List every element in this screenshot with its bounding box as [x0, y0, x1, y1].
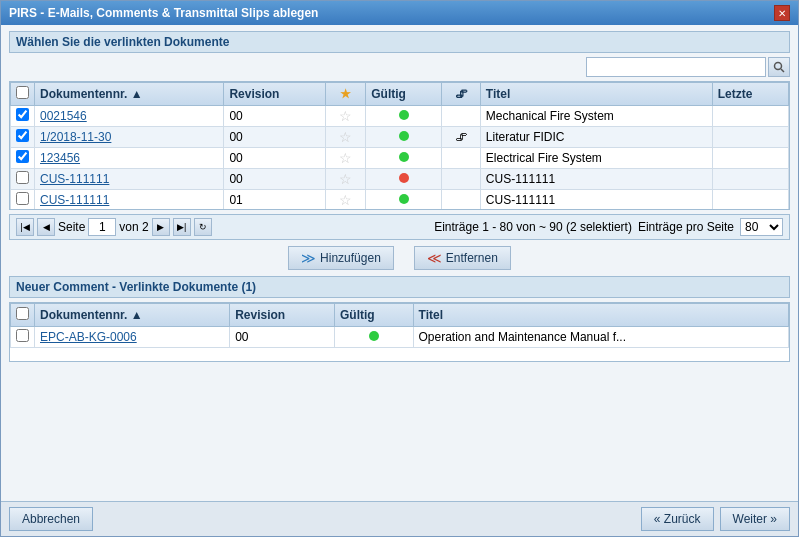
row-title: Literatur FIDIC — [480, 127, 712, 148]
row-revision: 01 — [224, 190, 326, 211]
window-body: Wählen Sie die verlinkten Dokumente — [1, 25, 798, 501]
row-title: CUS-111111 — [480, 169, 712, 190]
row-checkbox-cell — [11, 106, 35, 127]
bot-col-header-revision[interactable]: Revision — [230, 304, 335, 327]
cancel-button[interactable]: Abbrechen — [9, 507, 93, 531]
top-section-title: Wählen Sie die verlinkten Dokumente — [16, 35, 229, 49]
back-button[interactable]: « Zurück — [641, 507, 714, 531]
col-header-valid[interactable]: Gültig — [366, 83, 442, 106]
col-header-revision[interactable]: Revision — [224, 83, 326, 106]
row-doc-nr[interactable]: CUS-111111 — [35, 169, 224, 190]
action-row: ≫ Hinzufügen ≪ Entfernen — [9, 244, 790, 272]
add-button[interactable]: ≫ Hinzufügen — [288, 246, 394, 270]
col-header-checkbox — [11, 83, 35, 106]
pagination-left: |◀ ◀ Seite von 2 ▶ ▶| ↻ — [16, 218, 212, 236]
row-revision: 00 — [224, 169, 326, 190]
row-title: Electrical Fire System — [480, 148, 712, 169]
row-valid — [366, 148, 442, 169]
row-revision: 00 — [224, 127, 326, 148]
row-doc-nr[interactable]: 123456 — [35, 148, 224, 169]
bot-col-header-title[interactable]: Titel — [413, 304, 788, 327]
row-doc-nr[interactable]: 0021546 — [35, 106, 224, 127]
row-title: Mechanical Fire System — [480, 106, 712, 127]
add-icon: ≫ — [301, 250, 316, 266]
row-last — [712, 127, 788, 148]
row-clip — [442, 169, 480, 190]
bot-select-all-checkbox[interactable] — [16, 307, 29, 320]
row-star[interactable]: ☆ — [326, 169, 366, 190]
refresh-button[interactable]: ↻ — [194, 218, 212, 236]
bottom-section-header: Neuer Comment - Verlinkte Dokumente (1) — [9, 276, 790, 298]
row-valid — [366, 190, 442, 211]
first-page-button[interactable]: |◀ — [16, 218, 34, 236]
col-header-star[interactable]: ★ — [326, 83, 366, 106]
top-table-row: 12345600☆Electrical Fire System — [11, 148, 789, 169]
row-title: CUS-111111 — [480, 190, 712, 211]
bot-row-doc-nr[interactable]: EPC-AB-KG-0006 — [35, 327, 230, 348]
top-table-row: CUS-11111100☆CUS-111111 — [11, 169, 789, 190]
row-revision: 00 — [224, 148, 326, 169]
bottom-section-title: Neuer Comment - Verlinkte Dokumente (1) — [16, 280, 256, 294]
row-star[interactable]: ☆ — [326, 190, 366, 211]
last-page-button[interactable]: ▶| — [173, 218, 191, 236]
col-header-clip: 🖇 — [442, 83, 480, 106]
row-star[interactable]: ☆ — [326, 127, 366, 148]
row-star[interactable]: ☆ — [326, 148, 366, 169]
entries-per-page-select[interactable]: 80 50 100 — [740, 218, 783, 236]
remove-label: Entfernen — [446, 251, 498, 265]
title-bar: PIRS - E-Mails, Comments & Transmittal S… — [1, 1, 798, 25]
row-star[interactable]: ☆ — [326, 106, 366, 127]
bottom-table: Dokumentennr. ▲ Revision Gültig Titel EP… — [10, 303, 789, 348]
page-label: Seite — [58, 220, 85, 234]
col-header-doc-nr[interactable]: Dokumentennr. ▲ — [35, 83, 224, 106]
select-all-checkbox[interactable] — [16, 86, 29, 99]
top-table-row: 1/2018-11-3000☆🖇Literatur FIDIC — [11, 127, 789, 148]
footer-bar: Abbrechen « Zurück Weiter » — [1, 501, 798, 536]
bot-table-row: EPC-AB-KG-000600Operation and Maintenanc… — [11, 327, 789, 348]
remove-button[interactable]: ≪ Entfernen — [414, 246, 511, 270]
row-clip: 🖇 — [442, 127, 480, 148]
top-table: Dokumentennr. ▲ Revision ★ Gültig 🖇 Tite… — [10, 82, 789, 210]
col-header-title[interactable]: Titel — [480, 83, 712, 106]
bot-row-revision: 00 — [230, 327, 335, 348]
bot-row-title: Operation and Maintenance Manual f... — [413, 327, 788, 348]
entries-info: Einträge 1 - 80 von ~ 90 (2 selektiert) — [434, 220, 632, 234]
row-checkbox-cell — [11, 127, 35, 148]
next-button[interactable]: Weiter » — [720, 507, 790, 531]
row-clip — [442, 106, 480, 127]
row-checkbox[interactable] — [16, 108, 29, 121]
main-window: PIRS - E-Mails, Comments & Transmittal S… — [0, 0, 799, 537]
col-header-last: Letzte — [712, 83, 788, 106]
row-doc-nr[interactable]: 1/2018-11-30 — [35, 127, 224, 148]
bot-row-checkbox[interactable] — [16, 329, 29, 342]
entries-per-page-label: Einträge pro Seite — [638, 220, 734, 234]
row-checkbox-cell — [11, 169, 35, 190]
row-last — [712, 148, 788, 169]
row-checkbox-cell — [11, 148, 35, 169]
footer-right: « Zurück Weiter » — [641, 507, 790, 531]
next-page-button[interactable]: ▶ — [152, 218, 170, 236]
bot-col-header-doc-nr[interactable]: Dokumentennr. ▲ — [35, 304, 230, 327]
row-checkbox[interactable] — [16, 192, 29, 205]
search-row — [9, 57, 790, 77]
page-input[interactable] — [88, 218, 116, 236]
spacer — [9, 366, 790, 495]
row-checkbox[interactable] — [16, 129, 29, 142]
row-valid — [366, 127, 442, 148]
prev-page-button[interactable]: ◀ — [37, 218, 55, 236]
search-button[interactable] — [768, 57, 790, 77]
row-checkbox[interactable] — [16, 171, 29, 184]
row-checkbox[interactable] — [16, 150, 29, 163]
remove-icon: ≪ — [427, 250, 442, 266]
page-of: von 2 — [119, 220, 148, 234]
search-input[interactable] — [586, 57, 766, 77]
add-label: Hinzufügen — [320, 251, 381, 265]
row-doc-nr[interactable]: CUS-111111 — [35, 190, 224, 211]
bot-col-header-valid[interactable]: Gültig — [335, 304, 413, 327]
row-clip — [442, 148, 480, 169]
close-button[interactable]: ✕ — [774, 5, 790, 21]
row-valid — [366, 106, 442, 127]
row-revision: 00 — [224, 106, 326, 127]
top-table-container: Dokumentennr. ▲ Revision ★ Gültig 🖇 Tite… — [9, 81, 790, 210]
row-checkbox-cell — [11, 190, 35, 211]
